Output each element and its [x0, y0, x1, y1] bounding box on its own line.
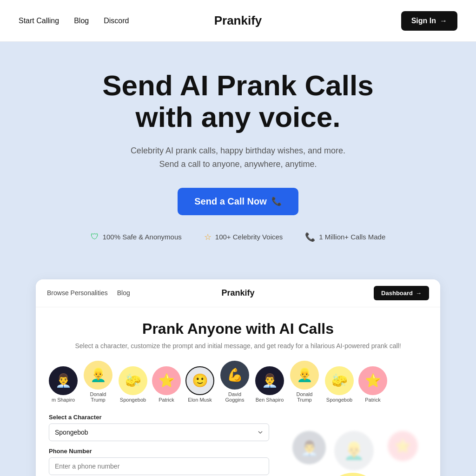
inner-nav-blog[interactable]: Blog — [117, 289, 130, 297]
badge-safe: 🛡 100% Safe & Anonymous — [91, 232, 182, 242]
character-label: Select a Character — [49, 414, 269, 421]
inner-nav-links: Browse Personalities Blog — [47, 289, 130, 297]
badge-calls: 📞 1 Million+ Calls Made — [305, 232, 385, 242]
form-left: Select a Character Ben ShapiroDonald Tru… — [49, 414, 269, 476]
hero-title: Send AI Prank Calls with any voice. — [75, 70, 401, 133]
nav-right: Sign In — [401, 11, 457, 31]
inner-title: Prank Anyone with AI Calls — [49, 320, 427, 337]
nav-logo: Prankify — [214, 13, 262, 28]
inner-content: Prank Anyone with AI Calls Select a char… — [36, 307, 440, 476]
nav-start-calling[interactable]: Start Calling — [19, 17, 59, 25]
badge-voices: ☆ 100+ Celebrity Voices — [204, 232, 283, 242]
form-right: 👨‍💼 👱‍♂️ ⭐ 🧽 — [278, 414, 427, 476]
inner-subtitle: Select a character, customize the prompt… — [49, 342, 427, 350]
card-wrapper: Browse Personalities Blog Prankify Dashb… — [0, 265, 476, 476]
hero-subtitle: Celebrity AI prank calls, happy birthday… — [122, 144, 354, 171]
cta-button[interactable]: Send a Call Now 📞 — [178, 188, 298, 215]
carousel-char-shapiro[interactable]: 👨‍💼m Shapiro — [49, 366, 78, 403]
phone-icon: 📞 — [271, 196, 282, 206]
carousel-char-patrick2[interactable]: ⭐Patrick — [358, 366, 387, 403]
carousel-char-goggins[interactable]: 💪David Goggins — [219, 361, 251, 403]
nav-blog[interactable]: Blog — [74, 17, 89, 25]
carousel-char-musk[interactable]: 🙂Elon Musk — [185, 366, 214, 403]
inner-nav: Browse Personalities Blog Prankify Dashb… — [36, 279, 440, 307]
form-layout: Select a Character Ben ShapiroDonald Tru… — [49, 414, 427, 476]
phone-label: Phone Number — [49, 448, 269, 455]
carousel-char-spongebob2[interactable]: 🧽Spongebob — [325, 366, 354, 403]
trust-badges: 🛡 100% Safe & Anonymous ☆ 100+ Celebrity… — [9, 232, 467, 242]
star-icon: ☆ — [204, 232, 212, 242]
shield-icon: 🛡 — [91, 232, 99, 242]
nav-links: Start Calling Blog Discord — [19, 17, 129, 25]
character-carousel: 👨‍💼m Shapiro👱‍♂️Donald Trump🧽Spongebob⭐P… — [49, 361, 427, 403]
collage-spongebob: 🧽 — [325, 473, 381, 476]
inner-nav-logo: Prankify — [221, 288, 254, 298]
main-nav: Start Calling Blog Discord Prankify Sign… — [0, 0, 476, 42]
inner-card: Browse Personalities Blog Prankify Dashb… — [36, 279, 440, 476]
dashboard-button[interactable]: Dashboard — [374, 286, 429, 300]
inner-nav-browse[interactable]: Browse Personalities — [47, 289, 108, 297]
carousel-char-trump2[interactable]: 👱‍♂️Donald Trump — [289, 361, 320, 403]
carousel-char-shapiro2[interactable]: 👨‍💼Ben Shapiro — [255, 366, 284, 403]
carousel-char-patrick1[interactable]: ⭐Patrick — [152, 366, 181, 403]
phone-group: Phone Number — [49, 448, 269, 475]
collage-char-1: 👨‍💼 — [292, 431, 326, 464]
collage-char-2: 👱‍♂️ — [334, 431, 374, 470]
character-group: Select a Character Ben ShapiroDonald Tru… — [49, 414, 269, 441]
carousel-char-trump1[interactable]: 👱‍♂️Donald Trump — [82, 361, 114, 403]
carousel-char-spongebob1[interactable]: 🧽Spongebob — [119, 366, 147, 403]
hero-section: Send AI Prank Calls with any voice. Cele… — [0, 42, 476, 265]
collage-char-3: ⭐ — [388, 431, 418, 461]
character-select[interactable]: Ben ShapiroDonald TrumpSpongebobPatrickE… — [49, 423, 269, 441]
phone-badge-icon: 📞 — [305, 232, 315, 242]
nav-discord[interactable]: Discord — [104, 17, 129, 25]
phone-input[interactable] — [49, 457, 269, 475]
inner-nav-right: Dashboard — [374, 286, 429, 300]
sign-in-button[interactable]: Sign In — [401, 11, 457, 31]
